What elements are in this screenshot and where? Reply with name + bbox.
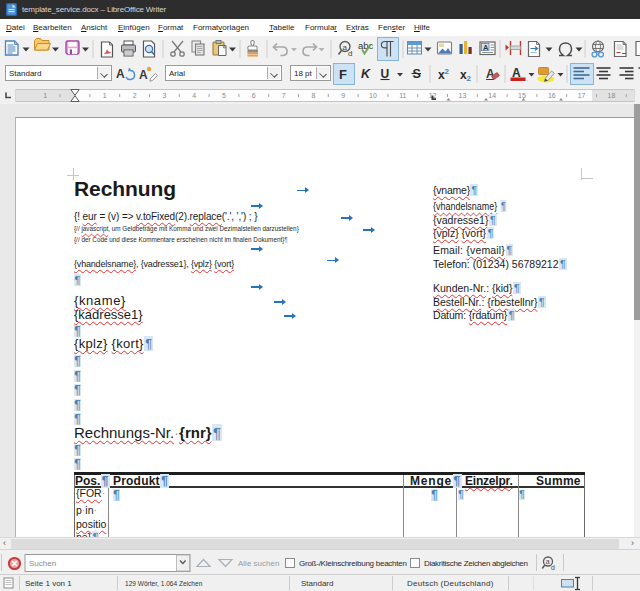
svg-text:Groß-/Kleinschreibung beachten: Groß-/Kleinschreibung beachten [299,559,407,568]
svg-text:18: 18 [608,92,616,99]
svg-text:9: 9 [341,92,345,99]
svg-text:16: 16 [548,92,556,99]
svg-text:K: K [361,67,371,81]
svg-text:3: 3 [162,92,166,99]
svg-text:A: A [512,66,521,80]
svg-text:8: 8 [311,92,315,99]
svg-text:U: U [381,67,390,81]
svg-text:A: A [116,67,125,81]
svg-text:d: d [551,564,555,571]
svg-text:F: F [339,67,347,82]
svg-text:15: 15 [518,92,526,99]
svg-text:7: 7 [282,92,286,99]
svg-text:1: 1 [43,92,47,99]
svg-text:17: 17 [578,92,586,99]
svg-text:1: 1 [103,92,107,99]
svg-text:11: 11 [399,92,406,99]
svg-text:4: 4 [192,92,196,99]
svg-text:Suchen: Suchen [29,559,56,568]
svg-text:2: 2 [133,92,137,99]
svg-text:2: 2 [445,67,450,76]
svg-text:d: d [348,49,352,58]
svg-text:A: A [483,43,489,52]
svg-text:Alle suchen: Alle suchen [238,559,279,568]
svg-text:Diakritische Zeichen abgleiche: Diakritische Zeichen abgleichen [424,559,528,568]
svg-text:2: 2 [467,74,472,83]
svg-text:14: 14 [488,92,496,99]
svg-text:13: 13 [459,92,467,99]
svg-text:a: a [546,558,550,565]
svg-text:a: a [343,43,348,52]
svg-text:A: A [139,68,148,82]
svg-text:5: 5 [222,92,226,99]
svg-text:10: 10 [369,92,377,99]
svg-text:6: 6 [252,92,256,99]
